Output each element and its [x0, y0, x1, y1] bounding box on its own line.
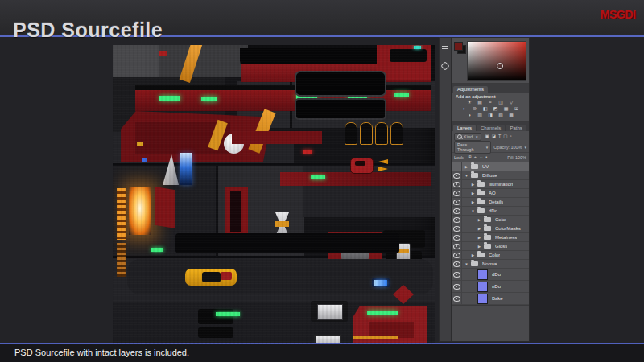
- visibility-toggle[interactable]: [452, 162, 462, 171]
- chevron-down-icon: [485, 145, 489, 150]
- layer-row[interactable]: ▼Normal: [452, 260, 529, 269]
- tab-channels[interactable]: Channels: [477, 125, 505, 131]
- visibility-toggle[interactable]: [452, 171, 462, 179]
- type-layers-icon[interactable]: T: [498, 134, 501, 139]
- visibility-toggle[interactable]: [452, 233, 462, 241]
- opacity-label: Opacity:: [493, 145, 510, 150]
- expand-arrow[interactable]: ▶: [477, 236, 482, 240]
- eye-icon: [453, 261, 460, 267]
- folder-icon: [477, 191, 485, 195]
- gradient-map-icon[interactable]: ▧: [497, 113, 505, 118]
- layer-row[interactable]: ▶Metalness: [452, 233, 529, 242]
- layer-name: dDo: [492, 272, 501, 277]
- layer-row[interactable]: dDo: [452, 269, 529, 281]
- visibility-toggle[interactable]: [452, 189, 462, 197]
- lock-transparency-icon[interactable]: ⊞: [468, 154, 472, 160]
- layer-row[interactable]: ▶ColorMasks: [452, 224, 529, 233]
- expand-arrow[interactable]: ▶: [477, 218, 482, 222]
- vibrance-icon[interactable]: ▽: [508, 100, 515, 105]
- threshold-icon[interactable]: ◨: [487, 113, 494, 118]
- expand-arrow[interactable]: ▶: [477, 227, 482, 231]
- expand-arrow[interactable]: ▶: [477, 245, 482, 249]
- link-glyph: [440, 61, 449, 70]
- levels-icon[interactable]: ▤: [477, 100, 484, 105]
- selective-color-icon[interactable]: ▩: [508, 113, 515, 118]
- opacity-control[interactable]: Opacity: 100%: [493, 145, 526, 150]
- tab-layers[interactable]: Layers: [453, 125, 476, 131]
- panel-stack: Adjustments Add an adjustment ☀▤≈◫▽◐⊚◧◩▦…: [452, 38, 529, 341]
- layer-row[interactable]: ▼dDo: [452, 207, 529, 216]
- lock-pixels-icon[interactable]: +: [474, 154, 477, 160]
- expand-arrow[interactable]: ▶: [470, 191, 476, 195]
- layer-row[interactable]: ▶Color: [452, 216, 529, 224]
- hue-saturation-icon[interactable]: ◐: [460, 106, 468, 112]
- adjustments-panel: Adjustments Add an adjustment ☀▤≈◫▽◐⊚◧◩▦…: [452, 84, 529, 122]
- layer-row[interactable]: ▶Illumination: [452, 180, 529, 189]
- layer-row[interactable]: ▶Details: [452, 198, 529, 207]
- red-dot: [159, 51, 167, 56]
- brightness-contrast-icon[interactable]: ☀: [466, 100, 473, 105]
- visibility-toggle[interactable]: [452, 269, 462, 280]
- lock-position-icon[interactable]: ↔: [479, 154, 484, 160]
- expand-arrow[interactable]: ▼: [464, 262, 469, 266]
- expand-arrow[interactable]: ▶: [470, 253, 476, 257]
- layer-row[interactable]: Bake: [452, 293, 529, 305]
- visibility-toggle[interactable]: [452, 207, 462, 215]
- tab-adjustments[interactable]: Adjustments: [453, 86, 488, 93]
- photo-filter-icon[interactable]: ◩: [492, 106, 499, 112]
- visibility-toggle[interactable]: [452, 216, 462, 224]
- layer-row[interactable]: ▼Diffuse: [452, 171, 529, 180]
- visibility-toggle[interactable]: [452, 180, 462, 188]
- expand-arrow[interactable]: ▼: [464, 174, 469, 178]
- smart-objects-icon[interactable]: ▫: [510, 134, 512, 139]
- visibility-toggle[interactable]: [452, 260, 462, 268]
- layer-row[interactable]: nDo: [452, 281, 529, 293]
- green-light: [311, 175, 325, 179]
- channel-mixer-icon[interactable]: ▦: [502, 106, 510, 112]
- shape-layers-icon[interactable]: ▢: [503, 134, 507, 139]
- adjustment-layers-icon[interactable]: ◪: [492, 134, 496, 139]
- layer-name: Diffuse: [482, 173, 497, 178]
- color-swatches[interactable]: [454, 42, 466, 54]
- eye-icon: [453, 173, 460, 179]
- layer-row[interactable]: ▶AO: [452, 189, 529, 198]
- layer-row-body: ▶Color: [462, 253, 529, 257]
- color-balance-icon[interactable]: ⊚: [471, 106, 478, 112]
- tab-paths[interactable]: Paths: [506, 125, 526, 131]
- libraries-icon[interactable]: [441, 62, 449, 70]
- exposure-icon[interactable]: ◫: [497, 100, 505, 105]
- layer-row[interactable]: ▶Gloss: [452, 242, 529, 251]
- visibility-toggle[interactable]: [452, 198, 462, 206]
- folder-icon: [477, 253, 485, 257]
- expand-arrow[interactable]: ▼: [470, 209, 476, 213]
- filter-kind-select[interactable]: Kind: [454, 133, 481, 141]
- pixel-layers-icon[interactable]: ▣: [485, 134, 489, 139]
- posterize-icon[interactable]: ▥: [477, 113, 484, 118]
- color-field[interactable]: [467, 41, 526, 81]
- black-bar: [175, 233, 399, 253]
- fill-control[interactable]: Fill: 100%: [507, 155, 526, 160]
- expand-arrow[interactable]: ▶: [470, 200, 476, 204]
- visibility-toggle[interactable]: [452, 281, 462, 292]
- layer-row[interactable]: ▶UV: [452, 162, 529, 171]
- color-cursor[interactable]: [497, 63, 503, 69]
- invert-icon[interactable]: ◑: [466, 113, 473, 118]
- visibility-toggle[interactable]: [452, 242, 462, 250]
- foreground-color-swatch[interactable]: [454, 42, 463, 51]
- lock-all-icon[interactable]: ▪: [485, 154, 487, 160]
- page-title: PSD Sourcefile: [13, 19, 163, 42]
- black-white-icon[interactable]: ◧: [481, 106, 489, 112]
- layer-row[interactable]: ▶Color: [452, 251, 529, 260]
- visibility-toggle[interactable]: [452, 224, 462, 232]
- expand-arrow[interactable]: ▶: [464, 165, 469, 169]
- properties-icon[interactable]: [441, 44, 449, 52]
- blend-mode-select[interactable]: Pass Through: [454, 141, 491, 154]
- curves-icon[interactable]: ≈: [487, 100, 494, 105]
- green-light: [394, 93, 409, 97]
- opacity-value: 100%: [510, 145, 522, 150]
- layer-name: Color: [495, 217, 506, 222]
- visibility-toggle[interactable]: [452, 293, 462, 304]
- color-lookup-icon[interactable]: ⊞: [513, 106, 520, 112]
- expand-arrow[interactable]: ▶: [470, 183, 476, 187]
- visibility-toggle[interactable]: [452, 251, 462, 259]
